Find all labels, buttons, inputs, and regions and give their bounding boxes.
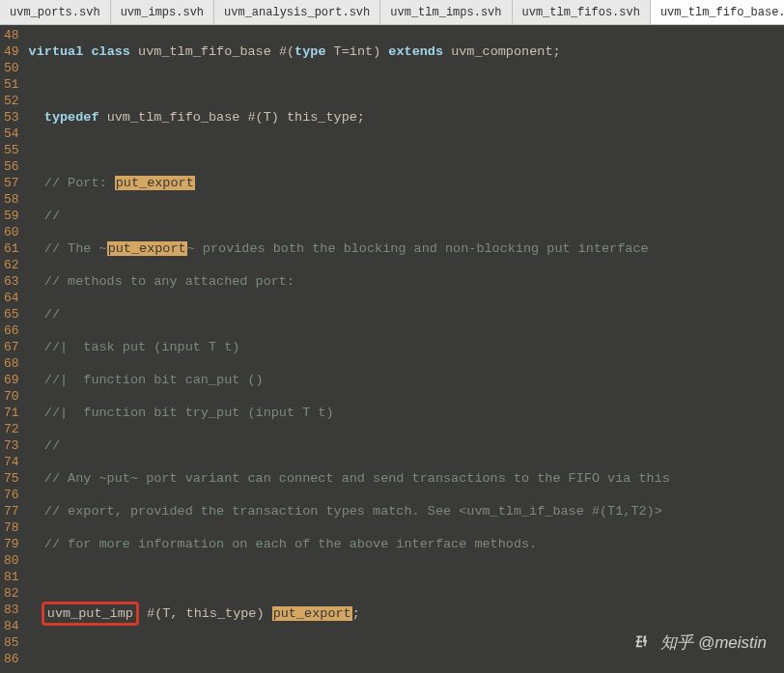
comment: // Port: bbox=[44, 176, 115, 190]
comment: //| task put (input T t) bbox=[44, 340, 240, 354]
code-text: #(T, this_type) bbox=[139, 606, 272, 621]
keyword-typedef: typedef bbox=[44, 110, 99, 125]
comment: //| function bit try_put (input T t) bbox=[44, 406, 334, 420]
token: ) bbox=[373, 44, 380, 59]
code-text: ; bbox=[352, 606, 360, 621]
tab-uvm-ports[interactable]: uvm_ports.svh bbox=[0, 0, 111, 24]
tab-bar: uvm_ports.svh uvm_imps.svh uvm_analysis_… bbox=[0, 0, 784, 25]
keyword-class: class bbox=[91, 44, 130, 59]
highlight-put-export: put_export bbox=[115, 176, 195, 190]
comment: // for more information on each of the a… bbox=[44, 537, 537, 551]
line-gutter: 4849505152535455565758596061626364656667… bbox=[0, 25, 25, 673]
class-name: uvm_tlm_fifo_base bbox=[138, 44, 271, 59]
token: uvm_component; bbox=[443, 44, 561, 59]
code-editor[interactable]: 4849505152535455565758596061626364656667… bbox=[0, 25, 784, 673]
comment: // export, provided the transaction type… bbox=[44, 504, 662, 519]
comment: // methods to any attached port: bbox=[44, 274, 294, 289]
keyword-virtual: virtual bbox=[29, 44, 84, 59]
highlight-box-uvm-put-imp: uvm_put_imp bbox=[42, 602, 139, 626]
code-area[interactable]: virtual class uvm_tlm_fifo_base #(type T… bbox=[25, 25, 784, 673]
highlight-put-export: put_export bbox=[107, 241, 187, 256]
tab-uvm-tlm-imps[interactable]: uvm_tlm_imps.svh bbox=[380, 0, 512, 24]
comment: ~ provides both the blocking and non-blo… bbox=[187, 241, 649, 256]
token: T=int bbox=[326, 44, 374, 59]
comment: // bbox=[44, 209, 60, 223]
tab-uvm-tlm-fifo-base[interactable]: uvm_tlm_fifo_base.svh bbox=[651, 0, 784, 24]
keyword-type: type bbox=[294, 44, 325, 59]
comment: //| function bit can_put () bbox=[44, 373, 264, 387]
tab-uvm-tlm-fifos[interactable]: uvm_tlm_fifos.svh bbox=[513, 0, 651, 24]
tab-uvm-analysis-port[interactable]: uvm_analysis_port.svh bbox=[214, 0, 380, 24]
comment: // The ~ bbox=[44, 241, 107, 256]
comment: // Any ~put~ port variant can connect an… bbox=[44, 471, 670, 486]
code-text: uvm_put_imp bbox=[47, 606, 133, 621]
comment: // bbox=[44, 438, 60, 453]
code-text: uvm_tlm_fifo_base #(T) this_type; bbox=[99, 110, 365, 125]
comment: // bbox=[44, 307, 60, 322]
token: #( bbox=[279, 44, 294, 59]
tab-uvm-imps[interactable]: uvm_imps.svh bbox=[111, 0, 214, 24]
highlight-put-export: put_export bbox=[272, 606, 352, 621]
keyword-extends: extends bbox=[388, 44, 443, 59]
